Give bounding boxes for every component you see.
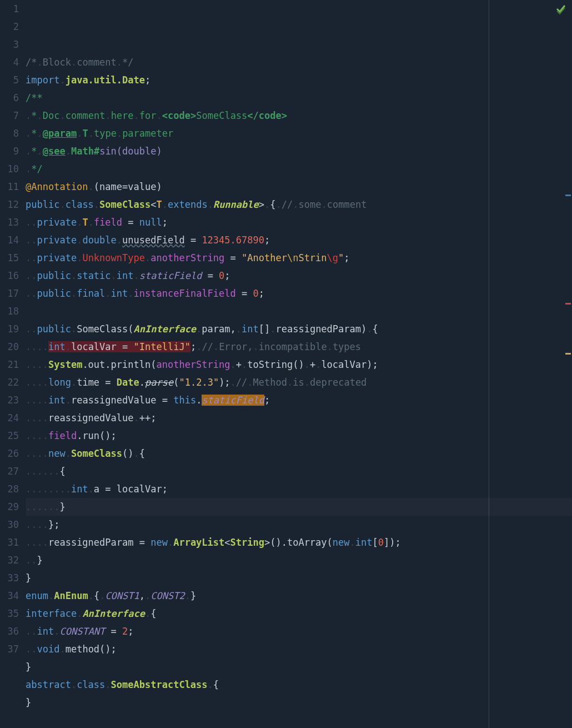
code-line[interactable]: ....field.run(); (26, 427, 572, 445)
token-comment: deprecated (310, 377, 367, 388)
token-keyword: int (37, 626, 54, 637)
token-punct: ; (264, 235, 270, 246)
code-line[interactable]: ....new.SomeClass().{ (26, 445, 572, 462)
token-ws: . (37, 128, 43, 139)
token-plain: [ (373, 537, 378, 548)
token-ws: . (350, 537, 355, 548)
token-keyword: enum (26, 590, 48, 601)
token-ws: . (71, 270, 77, 281)
code-line[interactable]: ..private.double.unusedField = 12345.678… (26, 231, 572, 249)
token-ws: . (88, 217, 94, 228)
code-line[interactable]: enum.AnEnum.{.CONST1,.CONST2.} (26, 587, 572, 605)
code-line[interactable]: ......} (26, 498, 572, 516)
code-line[interactable]: ......{ (26, 462, 572, 480)
token-plain: SomeClass( (77, 323, 133, 335)
token-keyword: interface (26, 608, 77, 619)
token-ws: .... (26, 377, 48, 388)
token-ws: . (117, 235, 122, 246)
token-keyword: import (26, 74, 59, 86)
code-line[interactable]: interface.AnInterface.{ (26, 605, 572, 622)
code-line[interactable]: ..private.UnknownType.anotherString = "A… (26, 249, 572, 267)
token-ws: .. (26, 270, 37, 281)
line-number: 27 (0, 462, 19, 480)
code-line[interactable]: ....int.reassignedValue = this.staticFie… (26, 391, 572, 409)
code-line[interactable]: .*.Doc.comment.here.for.<code>SomeClass<… (26, 107, 572, 124)
code-line[interactable]: } (26, 569, 572, 587)
token-ws: . (99, 590, 105, 601)
code-line[interactable]: ....int.localVar = "IntelliJ";.//.Error,… (26, 338, 572, 356)
code-line[interactable]: abstract.class.SomeAbstractClass.{ (26, 676, 572, 694)
token-unknown-type: UnknownType (82, 252, 145, 263)
code-line[interactable]: ....}; (26, 516, 572, 533)
token-plain: localVar (71, 341, 117, 352)
token-plain: a (94, 483, 99, 495)
code-area[interactable]: /*.Block.comment.*/import.java.util.Date… (23, 0, 572, 728)
token-keyword: private (37, 235, 77, 246)
token-keyword: public (37, 270, 71, 281)
scrollbar-marker-warning[interactable] (565, 353, 571, 355)
line-number: 2 (0, 18, 19, 36)
code-line[interactable]: ..public.SomeClass(AnInterface.param,.in… (26, 320, 572, 338)
code-line[interactable]: ..public.static.int.staticField = 0; (26, 267, 572, 285)
token-escape: \n (287, 252, 298, 263)
token-doc-tag: @param (43, 128, 77, 139)
code-line[interactable]: ....System.out.println(anotherString.+.t… (26, 356, 572, 373)
token-keyword: long (48, 377, 71, 388)
token-plain: unusedField (122, 235, 185, 246)
scrollbar-marker-error[interactable] (565, 303, 571, 305)
token-static-field: staticField (139, 270, 202, 281)
token-class-name: java.util.Date (66, 74, 145, 86)
code-line[interactable]: ..int.CONSTANT = 2; (26, 622, 572, 640)
code-line[interactable]: ..public.final.int.instanceFinalField = … (26, 285, 572, 302)
code-line[interactable]: ..} (26, 551, 572, 569)
token-ws: .. (26, 288, 37, 299)
token-plain: = (117, 341, 134, 352)
token-ws: . (367, 323, 372, 335)
token-plain: parse (145, 377, 173, 388)
token-plain: reassignedValue (71, 395, 157, 406)
code-line[interactable]: import.java.util.Date; (26, 71, 572, 89)
token-keyword: int (71, 483, 88, 495)
code-line[interactable]: ..void.method(); (26, 640, 572, 658)
token-ws: .... (26, 430, 48, 441)
code-line[interactable]: .*.@param.T.type.parameter (26, 124, 572, 142)
token-ws: . (253, 341, 259, 352)
token-punct: ; (264, 395, 270, 406)
line-number: 34 (0, 587, 19, 605)
line-number: 7 (0, 107, 19, 124)
code-line[interactable]: ..private.T.field = null; (26, 213, 572, 231)
code-line[interactable]: /*.Block.comment.*/ (26, 53, 572, 71)
token-ws: .. (26, 323, 37, 335)
scrollbar-marker-info[interactable] (565, 195, 571, 196)
token-ws: . (94, 199, 99, 210)
token-ws: . (88, 181, 94, 192)
code-line[interactable]: .*.@see.Math#sin(double) (26, 142, 572, 160)
code-line[interactable]: ....long.time = Date.parse("1.2.3");.//.… (26, 373, 572, 391)
token-ws: . (77, 217, 82, 228)
token-plain: time (77, 377, 99, 388)
code-line[interactable]: ........int.a = localVar; (26, 480, 572, 498)
token-plain: ); (219, 377, 230, 388)
token-comment: some (299, 199, 322, 210)
code-line[interactable]: ....reassignedParam = new.ArrayList<Stri… (26, 533, 572, 551)
token-ws: . (71, 377, 77, 388)
token-punct: { (373, 323, 378, 335)
code-line[interactable]: } (26, 658, 572, 676)
token-ws: . (48, 590, 54, 601)
token-plain: = (99, 377, 117, 388)
token-ws: . (37, 57, 42, 68)
code-line[interactable]: .*/ (26, 160, 572, 178)
token-keyword: static (77, 270, 111, 281)
token-plain: println( (111, 359, 157, 370)
code-line[interactable] (26, 302, 572, 320)
code-line[interactable]: } (26, 694, 572, 711)
code-line[interactable]: /** (26, 89, 572, 107)
token-ws: . (77, 252, 82, 263)
inspection-ok-icon[interactable] (555, 2, 566, 20)
code-line[interactable]: @Annotation.(name=value) (26, 178, 572, 196)
code-line[interactable]: ....reassignedValue.++; (26, 409, 572, 427)
code-line[interactable]: public.class.SomeClass<T.extends.Runnabl… (26, 196, 572, 213)
token-ws: . (242, 359, 247, 370)
token-ws: . (230, 377, 236, 388)
code-editor[interactable]: 1234567891011121314151617181920212223242… (0, 0, 572, 728)
